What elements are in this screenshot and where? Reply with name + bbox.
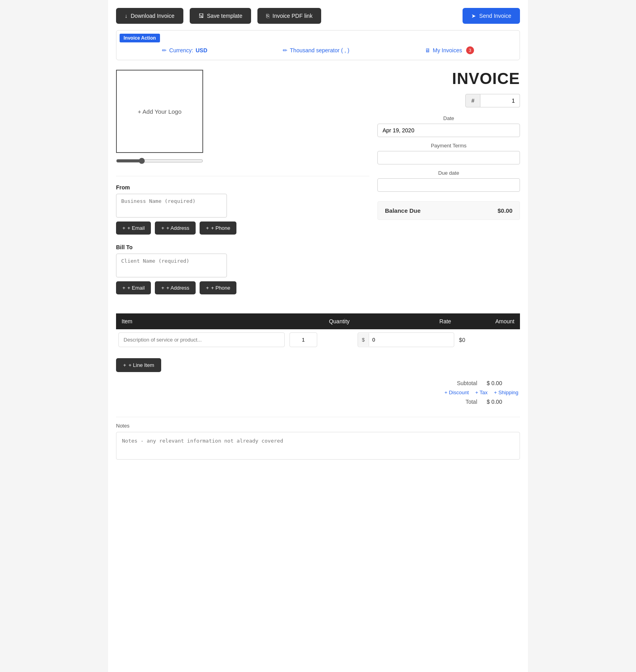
invoice-action-bar: Invoice Action ✏ Currency: USD ✏ Thousan… <box>116 30 520 60</box>
separator-option[interactable]: ✏ Thousand seperator ( , ) <box>283 47 349 53</box>
save-template-label: Save template <box>207 13 243 19</box>
send-label: Send Invoice <box>479 13 511 19</box>
bill-phone-icon: + <box>206 285 209 291</box>
due-date-input[interactable] <box>377 178 520 192</box>
due-date-label: Due date <box>377 170 520 176</box>
toolbar: ↓ Download Invoice 🖫 Save template ⎘ Inv… <box>116 8 520 24</box>
discount-link[interactable]: + Discount <box>444 389 469 395</box>
add-line-item-label: + Line Item <box>129 362 154 368</box>
notes-section: Notes <box>116 417 520 461</box>
invoice-main: + Add Your Logo From + + Email + + Addre… <box>116 70 520 304</box>
col-amount: Amount <box>457 313 520 329</box>
total-value: $ 0.00 <box>487 399 518 405</box>
logo-size-slider[interactable] <box>116 158 203 164</box>
from-label: From <box>116 184 369 191</box>
item-description-input[interactable] <box>118 332 285 347</box>
download-icon: ↓ <box>125 13 128 19</box>
bill-phone-label: + Phone <box>211 285 230 291</box>
currency-value: USD <box>196 47 208 53</box>
business-name-input[interactable] <box>116 194 227 218</box>
invoice-number-row: # <box>377 94 520 107</box>
bill-address-label: + Address <box>166 285 189 291</box>
save-icon: 🖫 <box>198 13 204 19</box>
logo-upload-area[interactable]: + Add Your Logo <box>116 70 203 153</box>
client-name-input[interactable] <box>116 254 227 277</box>
rate-input-wrapper: $ <box>358 332 454 347</box>
invoice-number-input[interactable] <box>480 94 520 107</box>
from-email-button[interactable]: + + Email <box>116 221 151 235</box>
add-line-item-button[interactable]: + + Line Item <box>116 358 161 372</box>
from-address-icon: + <box>161 225 164 231</box>
notes-label: Notes <box>116 423 520 429</box>
pdf-link-label: Invoice PDF link <box>272 13 312 19</box>
col-quantity: Quantity <box>287 313 355 329</box>
download-invoice-button[interactable]: ↓ Download Invoice <box>116 8 183 24</box>
bill-phone-button[interactable]: + + Phone <box>200 281 236 294</box>
total-row: Total $ 0.00 <box>400 399 518 405</box>
payment-terms-input[interactable] <box>377 151 520 164</box>
from-email-icon: + <box>122 225 126 231</box>
rate-prefix: $ <box>358 333 369 346</box>
item-amount-cell: $0 <box>457 329 520 350</box>
from-phone-button[interactable]: + + Phone <box>200 221 236 235</box>
items-table: Item Quantity Rate Amount $ <box>116 313 520 350</box>
bill-address-icon: + <box>161 285 164 291</box>
col-item: Item <box>116 313 287 329</box>
balance-due-box: Balance Due $0.00 <box>377 201 520 220</box>
from-email-label: + Email <box>128 225 145 231</box>
subtotal-label: Subtotal <box>446 380 477 386</box>
hash-symbol: # <box>465 94 480 107</box>
invoice-right: INVOICE # Date Payment Terms Due date Ba… <box>377 70 520 304</box>
from-contact-buttons: + + Email + + Address + + Phone <box>116 221 369 235</box>
edit-separator-icon: ✏ <box>283 47 288 53</box>
bill-to-contact-buttons: + + Email + + Address + + Phone <box>116 281 369 294</box>
from-address-label: + Address <box>166 225 189 231</box>
bill-to-label: Bill To <box>116 244 369 250</box>
add-line-item-icon: + <box>123 362 126 368</box>
notes-input[interactable] <box>116 432 520 460</box>
item-rate-cell: $ <box>355 329 457 350</box>
item-description-cell <box>116 329 287 350</box>
col-rate: Rate <box>355 313 457 329</box>
rate-input[interactable] <box>369 333 401 347</box>
adjustment-links: + Discount + Tax + Shipping <box>444 389 518 395</box>
shipping-link[interactable]: + Shipping <box>494 389 518 395</box>
bill-email-label: + Email <box>128 285 145 291</box>
send-invoice-button[interactable]: ➤ Send Invoice <box>463 8 520 24</box>
subtotal-value: $ 0.00 <box>487 380 518 386</box>
my-invoices-label: My Invoices <box>433 47 462 53</box>
send-icon: ➤ <box>471 13 476 19</box>
totals-section: Subtotal $ 0.00 + Discount + Tax + Shipp… <box>116 380 520 405</box>
download-label: Download Invoice <box>131 13 175 19</box>
invoice-action-options: ✏ Currency: USD ✏ Thousand seperator ( ,… <box>116 42 520 60</box>
payment-terms-label: Payment Terms <box>377 143 520 149</box>
balance-due-label: Balance Due <box>385 207 421 214</box>
my-invoices-option[interactable]: 🖥 My Invoices 3 <box>425 46 474 54</box>
from-phone-label: + Phone <box>211 225 230 231</box>
save-template-button[interactable]: 🖫 Save template <box>190 8 251 24</box>
item-qty-cell <box>287 329 355 350</box>
date-label: Date <box>377 115 520 121</box>
bill-email-icon: + <box>122 285 126 291</box>
edit-currency-icon: ✏ <box>162 47 167 53</box>
currency-label: Currency: <box>169 47 193 53</box>
subtotal-row: Subtotal $ 0.00 <box>400 380 518 386</box>
bill-address-button[interactable]: + + Address <box>155 281 196 294</box>
my-invoices-badge: 3 <box>466 46 474 54</box>
invoice-left: + Add Your Logo From + + Email + + Addre… <box>116 70 369 304</box>
add-logo-label: + Add Your Logo <box>138 108 182 115</box>
pdf-icon: ⎘ <box>266 13 269 19</box>
tax-link[interactable]: + Tax <box>475 389 487 395</box>
item-qty-input[interactable] <box>289 332 317 347</box>
date-input[interactable] <box>377 124 520 137</box>
bill-email-button[interactable]: + + Email <box>116 281 151 294</box>
pdf-link-button[interactable]: ⎘ Invoice PDF link <box>257 8 321 24</box>
balance-due-value: $0.00 <box>497 207 512 214</box>
my-invoices-icon: 🖥 <box>425 47 430 53</box>
invoice-action-tab[interactable]: Invoice Action <box>120 34 160 42</box>
table-row: $ $0 <box>116 329 520 350</box>
currency-option[interactable]: ✏ Currency: USD <box>162 47 207 53</box>
from-address-button[interactable]: + + Address <box>155 221 196 235</box>
table-header-row: Item Quantity Rate Amount <box>116 313 520 329</box>
invoice-title: INVOICE <box>377 70 520 88</box>
